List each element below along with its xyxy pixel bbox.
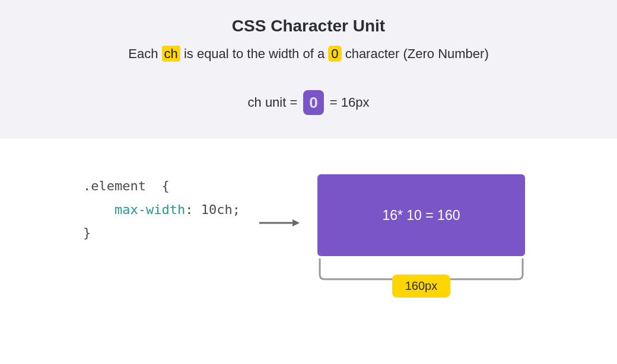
equation-left: ch unit =	[248, 95, 298, 110]
equation-line: ch unit = 0 = 16px	[12, 90, 605, 115]
result-box: 16* 10 = 160	[317, 174, 525, 256]
arrow-container	[258, 174, 300, 229]
code-close-brace: }	[83, 225, 91, 240]
code-semi: ;	[233, 202, 240, 217]
subtitle-mid: is equal to the width of a	[180, 46, 329, 61]
svg-marker-1	[292, 219, 300, 226]
code-property: max-width	[115, 202, 185, 217]
code-open-brace: {	[161, 178, 169, 193]
zero-chip: 0	[303, 90, 323, 115]
subtitle-prefix: Each	[128, 46, 161, 61]
code-selector: .element	[83, 178, 146, 193]
example-panel: .element { max-width: 10ch; } 16* 10 = 1…	[0, 139, 617, 315]
ch-highlight: ch	[162, 46, 180, 62]
width-label: 160px	[392, 274, 451, 298]
result-column: 16* 10 = 160 160px	[317, 174, 525, 298]
subtitle-suffix: character (Zero Number)	[342, 46, 489, 61]
arrow-right-icon	[258, 217, 300, 229]
code-block: .element { max-width: 10ch; }	[83, 174, 240, 245]
explanation-panel: CSS Character Unit Each ch is equal to t…	[0, 0, 617, 139]
width-indicator: 160px	[317, 258, 525, 298]
code-colon: :	[185, 202, 193, 217]
zero-highlight: 0	[328, 46, 341, 62]
subtitle-text: Each ch is equal to the width of a 0 cha…	[12, 46, 605, 62]
calculation-text: 16* 10 = 160	[382, 207, 460, 223]
equation-right: = 16px	[330, 95, 370, 110]
code-value: 10ch	[201, 202, 233, 217]
page-title: CSS Character Unit	[12, 17, 605, 36]
